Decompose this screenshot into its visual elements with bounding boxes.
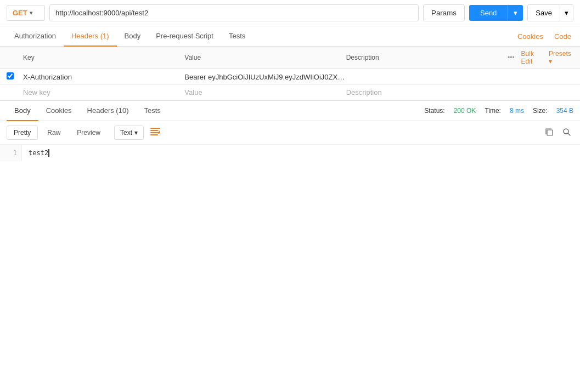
row1-value[interactable]: Bearer eyJhbGciOiJIUzUxMiJ9.eyJzdWIiOiJ0… (184, 73, 346, 81)
line-numbers: 1 (0, 145, 22, 161)
time-value: 8 ms (510, 107, 524, 115)
format-select[interactable]: Text ▾ (114, 126, 144, 140)
value-col-header: Value (184, 54, 346, 61)
response-content: 1 test2 (0, 145, 580, 161)
response-body-text: test2 (22, 145, 580, 161)
pretty-view-button[interactable]: Pretty (7, 126, 38, 140)
method-chevron-icon: ▾ (30, 10, 32, 16)
key-col-header: Key (23, 54, 184, 61)
copy-button[interactable] (543, 127, 556, 139)
response-body-toolbar: Pretty Raw Preview Text ▾ (0, 121, 580, 145)
tab-authorization[interactable]: Authorization (7, 26, 64, 47)
send-button[interactable]: Send (469, 5, 508, 21)
row1-key[interactable]: X-Authorization (23, 73, 184, 81)
save-button[interactable]: Save (527, 4, 560, 21)
resp-tab-body[interactable]: Body (7, 101, 38, 121)
bulk-edit-link[interactable]: Bulk Edit (521, 50, 545, 65)
search-button[interactable] (560, 127, 573, 139)
resp-toolbar-right (543, 127, 573, 139)
svg-rect-0 (150, 128, 160, 129)
send-btn-group: Send ▾ (469, 5, 523, 21)
response-tabs: Body Cookies Headers (10) Tests Status: … (0, 101, 580, 121)
headers-table-header: Key Value Description ••• Bulk Edit Pres… (0, 47, 580, 69)
line-number-1: 1 (4, 149, 17, 157)
svg-rect-4 (547, 130, 553, 135)
request-tabs: Authorization Headers (1) Body Pre-reque… (0, 26, 580, 47)
tab-tests[interactable]: Tests (221, 26, 253, 47)
resp-tab-tests[interactable]: Tests (136, 101, 168, 121)
new-key-input-label[interactable]: New key (23, 88, 184, 96)
response-section: Body Cookies Headers (10) Tests Status: … (0, 100, 580, 375)
response-status-bar: Status: 200 OK Time: 8 ms Size: 354 B (424, 107, 573, 115)
text-cursor (48, 149, 49, 157)
send-dropdown-button[interactable]: ▾ (508, 5, 523, 21)
presets-link[interactable]: Presets ▾ (549, 50, 573, 65)
format-label: Text (120, 129, 132, 137)
more-options-icon[interactable]: ••• (508, 54, 515, 61)
resp-tab-cookies[interactable]: Cookies (38, 101, 80, 121)
header-row-1: X-Authorization Bearer eyJhbGciOiJIUzUxM… (0, 69, 580, 85)
request-bar: GET ▾ Params Send ▾ Save ▾ (0, 0, 580, 26)
response-body-area: 1 test2 (0, 145, 580, 375)
svg-rect-3 (150, 134, 158, 135)
method-select[interactable]: GET ▾ (7, 5, 45, 21)
resp-tab-headers[interactable]: Headers (10) (80, 101, 137, 121)
preview-view-button[interactable]: Preview (70, 126, 108, 140)
method-label: GET (13, 9, 27, 17)
cookies-link[interactable]: Cookies (515, 27, 545, 46)
svg-rect-1 (150, 130, 158, 131)
status-code: 200 OK (454, 107, 476, 115)
size-label: Size: (533, 107, 548, 115)
header-actions: ••• Bulk Edit Presets ▾ (508, 50, 573, 65)
description-col-header: Description (346, 54, 508, 61)
tab-pre-request-script[interactable]: Pre-request Script (148, 26, 221, 47)
save-btn-group: Save ▾ (527, 4, 573, 21)
save-dropdown-button[interactable]: ▾ (560, 4, 573, 21)
format-chevron-icon: ▾ (134, 129, 138, 137)
wrap-lines-icon[interactable] (150, 128, 160, 138)
size-value: 354 B (556, 107, 573, 115)
status-label: Status: (424, 107, 444, 115)
new-description-input-label[interactable]: Description (346, 88, 508, 96)
tab-headers[interactable]: Headers (1) (64, 26, 117, 47)
raw-view-button[interactable]: Raw (40, 126, 67, 140)
code-link[interactable]: Code (552, 27, 573, 46)
tab-body[interactable]: Body (117, 26, 149, 47)
params-button[interactable]: Params (423, 4, 465, 21)
svg-line-6 (568, 133, 570, 135)
row1-checkbox[interactable] (7, 72, 23, 81)
response-text-content: test2 (29, 149, 49, 157)
new-header-row: New key Value Description (0, 85, 580, 100)
url-input[interactable] (49, 4, 419, 21)
time-label: Time: (485, 107, 501, 115)
new-value-input-label[interactable]: Value (184, 88, 346, 96)
req-tab-right-links: Cookies Code (515, 27, 573, 46)
